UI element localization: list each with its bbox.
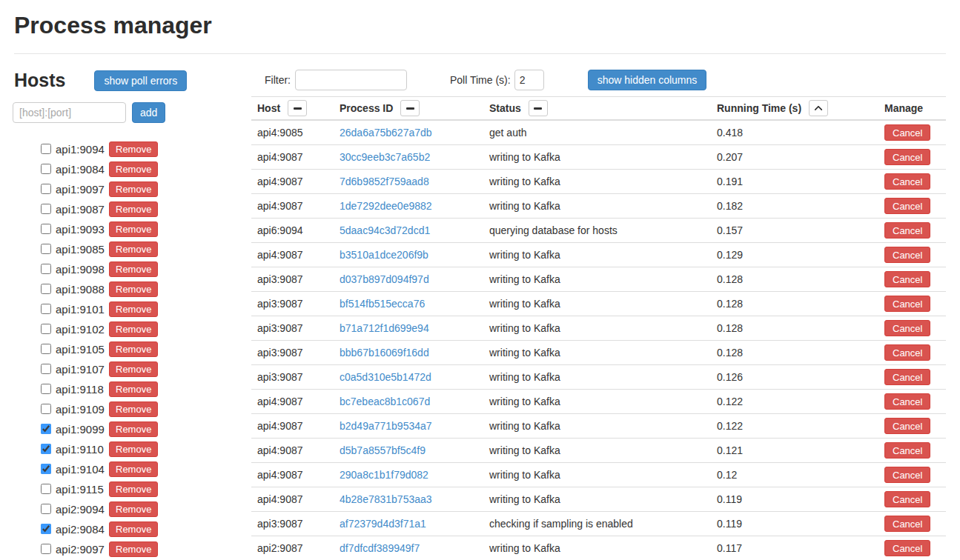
poll-time-input[interactable] <box>514 70 544 90</box>
host-checkbox[interactable] <box>41 224 51 234</box>
remove-host-button[interactable]: Remove <box>109 161 158 177</box>
cancel-button[interactable]: Cancel <box>884 124 930 141</box>
cancel-button[interactable]: Cancel <box>884 320 930 336</box>
remove-host-button[interactable]: Remove <box>109 141 158 157</box>
process-id-link[interactable]: bbb67b16069f16dd <box>340 347 429 359</box>
remove-host-button[interactable]: Remove <box>109 201 158 217</box>
show-hidden-columns-button[interactable]: show hidden columns <box>588 70 707 90</box>
host-checkbox[interactable] <box>41 444 51 454</box>
filter-input[interactable] <box>295 70 407 90</box>
cancel-button[interactable]: Cancel <box>884 442 930 459</box>
process-id-link[interactable]: b2d49a771b9534a7 <box>340 420 432 432</box>
host-checkbox[interactable] <box>41 284 51 294</box>
sort-column-button[interactable] <box>809 100 828 116</box>
cancel-button[interactable]: Cancel <box>884 393 930 410</box>
cancel-button[interactable]: Cancel <box>884 222 930 239</box>
cancel-button[interactable]: Cancel <box>884 198 930 214</box>
host-checkbox[interactable] <box>41 364 51 374</box>
process-id-link[interactable]: df7dfcdf389949f7 <box>340 542 420 554</box>
cancel-button[interactable]: Cancel <box>884 247 930 263</box>
remove-host-button[interactable]: Remove <box>109 421 158 437</box>
remove-host-button[interactable]: Remove <box>109 521 158 537</box>
process-id-link[interactable]: 4b28e7831b753aa3 <box>340 493 432 505</box>
remove-host-button[interactable]: Remove <box>109 221 158 237</box>
table-row: api4:9087 d5b7a8557bf5c4f9 writing to Ka… <box>251 439 946 463</box>
host-checkbox[interactable] <box>41 484 51 494</box>
process-id-link[interactable]: 290a8c1b1f79d082 <box>340 469 428 481</box>
cancel-button[interactable]: Cancel <box>884 540 930 556</box>
remove-host-button[interactable]: Remove <box>109 541 158 557</box>
host-checkbox[interactable] <box>41 404 51 414</box>
table-row: api3:9087 d037b897d094f97d writing to Ka… <box>251 267 946 292</box>
host-name-label: api1:9097 <box>56 183 105 196</box>
show-poll-errors-button[interactable]: show poll errors <box>94 70 187 91</box>
process-id-link[interactable]: 5daac94c3d72dcd1 <box>340 224 430 236</box>
column-header-label: Running Time (s) <box>717 102 801 114</box>
host-list-item: api1:9118 Remove <box>41 381 236 397</box>
status-cell: checking if sampling is enabled <box>483 512 711 536</box>
remove-host-button[interactable]: Remove <box>109 501 158 517</box>
cancel-button[interactable]: Cancel <box>884 467 930 483</box>
process-id-link[interactable]: bf514fb515ecca76 <box>340 298 425 310</box>
process-id-link[interactable]: c0a5d310e5b1472d <box>340 371 431 383</box>
remove-host-button[interactable]: Remove <box>109 321 158 337</box>
process-id-link[interactable]: b3510a1dce206f9b <box>340 249 428 261</box>
process-id-link[interactable]: 30cc9eeb3c7a65b2 <box>340 151 430 163</box>
host-checkbox[interactable] <box>41 524 51 534</box>
host-checkbox[interactable] <box>41 204 51 214</box>
process-id-link[interactable]: 1de7292dee0e9882 <box>340 200 432 212</box>
host-checkbox[interactable] <box>41 304 51 314</box>
cancel-button[interactable]: Cancel <box>884 516 930 532</box>
host-checkbox[interactable] <box>41 244 51 254</box>
cancel-button[interactable]: Cancel <box>884 296 930 312</box>
host-checkbox[interactable] <box>41 504 51 514</box>
remove-host-button[interactable]: Remove <box>109 261 158 277</box>
remove-host-button[interactable]: Remove <box>109 341 158 357</box>
hosts-panel: Hosts show poll errors add api1:9094 Rem… <box>14 70 236 560</box>
host-checkbox[interactable] <box>41 384 51 394</box>
cancel-button[interactable]: Cancel <box>884 491 930 507</box>
process-id-link[interactable]: d5b7a8557bf5c4f9 <box>340 444 426 456</box>
table-row: api3:9087 b71a712f1d699e94 writing to Ka… <box>251 316 946 341</box>
process-id-link[interactable]: b71a712f1d699e94 <box>340 322 429 334</box>
status-cell: writing to Kafka <box>483 487 711 512</box>
process-id-link[interactable]: af72379d4d3f71a1 <box>340 518 426 530</box>
remove-host-button[interactable]: Remove <box>109 381 158 397</box>
host-checkbox[interactable] <box>41 424 51 434</box>
remove-host-button[interactable]: Remove <box>109 301 158 317</box>
hide-column-button[interactable] <box>400 100 420 116</box>
remove-host-button[interactable]: Remove <box>109 461 158 477</box>
process-id-link[interactable]: 26da6a75b627a7db <box>340 127 432 139</box>
host-cell: api3:9087 <box>251 512 334 536</box>
host-checkbox[interactable] <box>41 544 51 554</box>
remove-host-button[interactable]: Remove <box>109 241 158 257</box>
hide-column-button[interactable] <box>529 100 548 116</box>
host-checkbox[interactable] <box>41 164 51 174</box>
host-checkbox[interactable] <box>41 464 51 474</box>
remove-host-button[interactable]: Remove <box>109 181 158 197</box>
hide-column-button[interactable] <box>288 100 307 116</box>
cancel-button[interactable]: Cancel <box>884 418 930 434</box>
host-checkbox[interactable] <box>41 344 51 354</box>
host-checkbox[interactable] <box>41 324 51 334</box>
host-checkbox[interactable] <box>41 144 51 154</box>
host-checkbox[interactable] <box>41 184 51 194</box>
remove-host-button[interactable]: Remove <box>109 281 158 297</box>
remove-host-button[interactable]: Remove <box>109 401 158 417</box>
process-id-link[interactable]: 7d6b9852f759aad8 <box>340 176 429 187</box>
remove-host-button[interactable]: Remove <box>109 481 158 497</box>
process-id-link[interactable]: d037b897d094f97d <box>340 273 429 285</box>
remove-host-button[interactable]: Remove <box>109 361 158 377</box>
process-id-link[interactable]: bc7ebeac8b1c067d <box>340 396 430 407</box>
host-cell: api3:9087 <box>251 365 334 390</box>
remove-host-button[interactable]: Remove <box>109 441 158 457</box>
cancel-button[interactable]: Cancel <box>884 271 930 287</box>
cancel-button[interactable]: Cancel <box>884 344 930 361</box>
cancel-button[interactable]: Cancel <box>884 173 930 190</box>
add-host-button[interactable]: add <box>132 102 165 123</box>
host-checkbox[interactable] <box>41 264 51 274</box>
cancel-button[interactable]: Cancel <box>884 149 930 165</box>
add-host-input[interactable] <box>13 102 126 123</box>
cancel-button[interactable]: Cancel <box>884 369 930 385</box>
host-cell: api3:9087 <box>251 341 334 365</box>
